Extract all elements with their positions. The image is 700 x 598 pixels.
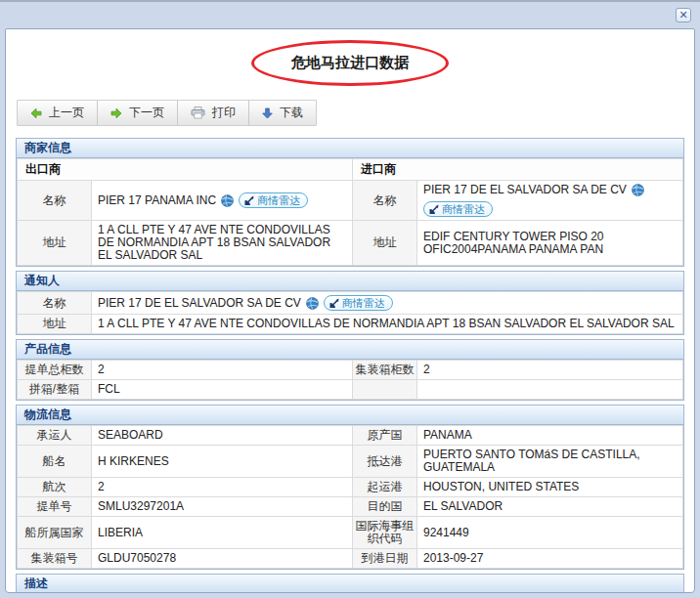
vessel-name-value: H KIRKENES (92, 446, 353, 478)
importer-name: PIER 17 DE EL SALVADOR SA DE CV (423, 184, 627, 196)
departure-port-label: 起运港 (353, 478, 417, 497)
section-description: 描述 产品描述 BULTOSPISTOLA DE AIRE TUBO LED P… (16, 574, 684, 593)
next-page-button[interactable]: 下一页 (98, 101, 178, 125)
business-radar-badge[interactable]: 商情雷达 (239, 192, 308, 208)
exporter-subheader: 出口商 (18, 159, 353, 181)
section-notify-party: 通知人 名称 PIER 17 DE EL SALVADOR SA DE CV 商… (16, 271, 684, 335)
close-icon[interactable]: ✕ (676, 8, 691, 22)
description-section-header: 描述 (17, 575, 683, 593)
imo-code-label: 国际海事组织代码 (353, 517, 417, 549)
exporter-name-cell: PIER 17 PANAMA INC 商情雷达 (92, 181, 353, 221)
exporter-name-label: 名称 (18, 181, 92, 221)
empty-label-cell (353, 380, 417, 400)
importer-address-label: 地址 (353, 221, 417, 266)
blue-down-arrow-icon (262, 107, 273, 119)
bl-number-value: SMLU3297201A (92, 497, 353, 517)
notify-address: 1 A CLL PTE Y 47 AVE NTE CONDOVILLAS DE … (92, 315, 683, 334)
exporter-name: PIER 17 PANAMA INC (98, 194, 216, 207)
voyage-label: 航次 (18, 478, 92, 497)
radar-badge-label: 商情雷达 (342, 296, 385, 311)
radar-badge-label: 商情雷达 (257, 193, 300, 208)
section-merchant-info: 商家信息 出口商 进口商 名称 PIER 17 PANAMA INC (16, 138, 684, 267)
radar-badge-label: 商情雷达 (442, 202, 485, 217)
section-product-info: 产品信息 提单总柜数 2 集装箱柜数 2 拼箱/整箱 FCL (16, 339, 684, 401)
business-radar-badge[interactable]: 商情雷达 (324, 295, 393, 311)
vessel-flag-label: 船所属国家 (18, 517, 92, 549)
carrier-value: SEABOARD (92, 426, 353, 446)
logistics-section-header: 物流信息 (17, 406, 683, 425)
notify-address-label: 地址 (18, 315, 92, 334)
section-logistics-info: 物流信息 承运人 SEABOARD 原产国 PANAMA 船名 H KIRKEN… (16, 405, 684, 570)
merchant-section-header: 商家信息 (17, 139, 683, 158)
product-section-header: 产品信息 (17, 340, 683, 360)
bl-total-containers-label: 提单总柜数 (18, 361, 92, 380)
prev-page-label: 上一页 (49, 105, 84, 121)
importer-address: EDIF CENTURY TOWER PISO 20 OFIC2004PANAM… (417, 221, 683, 266)
title-area: 危地马拉进口数据 (16, 29, 684, 98)
table-row: 承运人 SEABOARD 原产国 PANAMA (18, 426, 683, 446)
dialog-titlebar: ✕ (0, 2, 700, 27)
table-row: 船名 H KIRKENES 抵达港 PUERTO SANTO TOMáS DE … (18, 446, 683, 478)
print-label: 打印 (212, 105, 236, 121)
green-right-arrow-icon (110, 107, 122, 119)
departure-port-value: HOUSTON, UNITED STATES (417, 478, 683, 497)
print-button[interactable]: 打印 (178, 101, 249, 125)
bl-number-label: 提单号 (18, 497, 92, 517)
radar-icon (428, 203, 440, 215)
table-row: 集装箱号 GLDU7050278 到港日期 2013-09-27 (18, 549, 683, 569)
notify-name-label: 名称 (18, 292, 92, 315)
container-number-label: 集装箱号 (18, 549, 92, 569)
page-title: 危地马拉进口数据 (291, 54, 409, 72)
globe-icon[interactable] (221, 194, 234, 207)
notify-section-header: 通知人 (17, 272, 683, 291)
prev-page-button[interactable]: 上一页 (18, 101, 98, 125)
arrival-date-value: 2013-09-27 (417, 549, 683, 569)
origin-country-value: PANAMA (417, 426, 683, 446)
destination-country-value: EL SALVADOR (417, 497, 683, 517)
exporter-address: 1 A CLL PTE Y 47 AVE NTE CONDOVILLAS DE … (92, 221, 353, 266)
notify-name: PIER 17 DE EL SALVADOR SA DE CV (98, 297, 301, 310)
green-left-arrow-icon (30, 107, 42, 119)
globe-icon[interactable] (306, 297, 319, 310)
merchant-table: 出口商 进口商 名称 PIER 17 PANAMA INC 商情雷达 (17, 158, 683, 266)
arrival-port-label: 抵达港 (353, 446, 417, 478)
origin-country-label: 原产国 (353, 426, 417, 446)
table-row: 提单总柜数 2 集装箱柜数 2 (18, 361, 683, 380)
import-data-dialog: ✕ 危地马拉进口数据 上一页 下一页 (0, 0, 700, 598)
empty-value-cell (417, 380, 683, 400)
exporter-address-label: 地址 (18, 221, 92, 266)
red-ellipse-annotation: 危地马拉进口数据 (251, 40, 449, 86)
imo-code-value: 9241449 (417, 517, 683, 549)
notify-name-cell: PIER 17 DE EL SALVADOR SA DE CV 商情雷达 (92, 292, 683, 315)
table-row: 船所属国家 LIBERIA 国际海事组织代码 9241449 (18, 517, 683, 549)
arrival-date-label: 到港日期 (353, 549, 417, 569)
vessel-flag-value: LIBERIA (92, 517, 353, 549)
dialog-content-panel: 危地马拉进口数据 上一页 下一页 (5, 28, 695, 593)
importer-name-label: 名称 (353, 181, 417, 221)
importer-name-cell: PIER 17 DE EL SALVADOR SA DE CV 商情雷达 (417, 181, 683, 221)
bl-total-containers-value: 2 (92, 361, 353, 380)
importer-subheader: 进口商 (353, 159, 683, 181)
globe-icon[interactable] (632, 184, 644, 196)
lcl-fcl-label: 拼箱/整箱 (18, 380, 92, 400)
business-radar-badge[interactable]: 商情雷达 (423, 201, 493, 217)
printer-icon (191, 107, 205, 119)
radar-icon (328, 297, 340, 309)
toolbar: 上一页 下一页 打印 下载 (17, 100, 317, 126)
next-page-label: 下一页 (129, 105, 164, 121)
table-row: 航次 2 起运港 HOUSTON, UNITED STATES (18, 478, 683, 497)
voyage-value: 2 (92, 478, 353, 497)
download-button[interactable]: 下载 (249, 101, 316, 125)
logistics-table: 承运人 SEABOARD 原产国 PANAMA 船名 H KIRKENES 抵达… (17, 425, 683, 569)
vessel-name-label: 船名 (18, 446, 92, 478)
notify-table: 名称 PIER 17 DE EL SALVADOR SA DE CV 商情雷达 (17, 291, 683, 334)
download-label: 下载 (280, 105, 303, 121)
product-table: 提单总柜数 2 集装箱柜数 2 拼箱/整箱 FCL (17, 360, 683, 400)
container-number-value: GLDU7050278 (92, 549, 353, 569)
destination-country-label: 目的国 (353, 497, 417, 517)
carrier-label: 承运人 (18, 426, 92, 446)
radar-icon (243, 194, 255, 206)
table-row: 拼箱/整箱 FCL (18, 380, 683, 400)
table-row: 提单号 SMLU3297201A 目的国 EL SALVADOR (18, 497, 683, 517)
container-count-label: 集装箱柜数 (353, 361, 417, 380)
